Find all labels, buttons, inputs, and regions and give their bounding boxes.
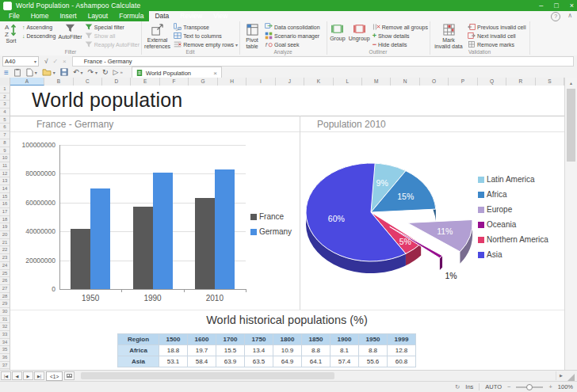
table-header-cell[interactable]: 1500 [159, 334, 188, 345]
column-header-R[interactable]: R [506, 78, 535, 86]
row-header-24[interactable]: 24 [0, 262, 10, 270]
column-header-J[interactable]: J [276, 78, 304, 86]
document-tab[interactable]: World Population × [132, 67, 222, 78]
new-document-icon[interactable] [26, 68, 33, 77]
undo-dropdown-icon[interactable]: ▾ [80, 70, 82, 75]
table-value-cell[interactable]: 12.8 [388, 345, 416, 356]
last-sheet-button[interactable]: ▶| [34, 371, 44, 380]
table-region-cell[interactable]: Africa [118, 345, 159, 356]
table-value-cell[interactable]: 57.4 [331, 356, 359, 367]
hamburger-menu-icon[interactable]: ≡ [4, 68, 9, 77]
table-value-cell[interactable]: 63.5 [245, 356, 273, 367]
table-value-cell[interactable]: 13.4 [245, 345, 273, 356]
row-header-8[interactable]: 8 [0, 139, 10, 147]
menu-tab-layout[interactable]: Layout [82, 11, 114, 21]
row-header-2[interactable]: 2 [0, 93, 10, 101]
pie-legend-item-europe[interactable]: Europe [478, 205, 512, 214]
cell-reference-box[interactable]: A40 ▾ [2, 56, 39, 67]
column-header-H[interactable]: H [218, 78, 246, 86]
pivot-table-button[interactable]: Pivot table [242, 23, 262, 49]
transpose-button[interactable]: Transpose [174, 23, 238, 31]
row-header-31[interactable]: 31 [0, 316, 10, 324]
table-value-cell[interactable]: 10.9 [273, 345, 302, 356]
table-header-cell[interactable]: 1850 [302, 334, 331, 345]
insert-mode-indicator[interactable]: Ins [465, 383, 473, 390]
descending-button[interactable]: ↓Descending [22, 32, 55, 40]
ascending-button[interactable]: ↑Ascending [22, 23, 55, 31]
zoom-level[interactable]: 100% [558, 383, 573, 390]
ungroup-button[interactable]: Ungroup [349, 23, 370, 42]
row-header-29[interactable]: 29 [0, 300, 10, 308]
cancel-entry-icon[interactable]: × [63, 58, 67, 65]
pie-legend-item-asia[interactable]: Asia [478, 250, 502, 259]
table-header-cell[interactable]: 1750 [245, 334, 273, 345]
column-header-S[interactable]: S [536, 78, 564, 86]
table-header-cell[interactable]: 1800 [273, 334, 302, 345]
row-header-33[interactable]: 33 [0, 331, 10, 339]
select-all-corner[interactable] [0, 78, 10, 86]
column-header-N[interactable]: N [391, 78, 419, 86]
row-header-23[interactable]: 23 [0, 254, 10, 262]
row-header-32[interactable]: 32 [0, 323, 10, 331]
sheet-canvas[interactable]: World population France - Germany Popula… [10, 86, 564, 370]
table-value-cell[interactable]: 8.8 [359, 345, 388, 356]
table-header-cell[interactable]: 1600 [188, 334, 216, 345]
new-document-dropdown-icon[interactable]: ▾ [35, 70, 37, 75]
show-all-button[interactable]: Show all [85, 32, 139, 40]
open-folder-dropdown-icon[interactable]: ▾ [53, 70, 55, 75]
mark-invalid-data-button[interactable]: Mark invalid data [432, 23, 465, 49]
row-header-28[interactable]: 28 [0, 293, 10, 301]
row-header-11[interactable]: 11 [0, 162, 10, 170]
sort-button[interactable]: AZ Sort [2, 23, 20, 44]
row-header-10[interactable]: 10 [0, 154, 10, 162]
table-value-cell[interactable]: 18.8 [159, 345, 188, 356]
remove-empty-rows-button[interactable]: Remove empty rows▾ [174, 40, 238, 48]
undo-icon[interactable]: ↶ [73, 68, 79, 76]
minimize-button[interactable]: – [539, 0, 543, 11]
row-header-36[interactable]: 36 [0, 354, 10, 362]
table-region-cell[interactable]: Asia [118, 356, 159, 367]
menu-tab-view[interactable]: View [208, 11, 233, 21]
table-header-cell[interactable]: 1700 [216, 334, 245, 345]
confirm-entry-icon[interactable]: ✓ [52, 58, 58, 65]
column-header-P[interactable]: P [449, 78, 477, 86]
row-header-14[interactable]: 14 [0, 185, 10, 193]
row-header-35[interactable]: 35 [0, 346, 10, 354]
insert-function-icon[interactable]: √ [44, 58, 48, 65]
table-header-cell[interactable]: 1900 [331, 334, 359, 345]
refresh-icon[interactable]: ↻ [102, 68, 109, 76]
maximize-button[interactable]: □ [554, 0, 558, 11]
table-header-cell[interactable]: 1950 [359, 334, 388, 345]
vertical-scrollbar[interactable]: ▲ [564, 78, 577, 370]
column-header-F[interactable]: F [160, 78, 189, 86]
next-sheet-button[interactable]: ▶ [23, 371, 33, 380]
row-header-13[interactable]: 13 [0, 177, 10, 185]
row-header-20[interactable]: 20 [0, 231, 10, 239]
first-sheet-button[interactable]: |◀ [1, 371, 11, 380]
row-header-18[interactable]: 18 [0, 216, 10, 224]
row-header-7[interactable]: 7 [0, 131, 10, 139]
more-tools-icon[interactable]: » [120, 70, 122, 74]
zoom-in-icon[interactable]: + [548, 383, 552, 390]
menu-tab-home[interactable]: Home [25, 11, 55, 21]
recalculate-icon[interactable]: ↻ [455, 383, 460, 390]
data-consolidation-button[interactable]: Data consolidation [265, 23, 320, 31]
row-header-37[interactable]: 37 [0, 362, 10, 370]
row-header-1[interactable]: 1 [0, 86, 10, 93]
pointer-icon[interactable]: ▷ [113, 68, 119, 76]
table-value-cell[interactable]: 15.5 [216, 345, 245, 356]
column-header-I[interactable]: I [246, 78, 275, 86]
auto-indicator[interactable]: AUTO [485, 383, 502, 390]
hide-details-button[interactable]: −Hide details [373, 40, 428, 48]
previous-invalid-cell-button[interactable]: Previous invalid cell [468, 23, 525, 31]
show-details-button[interactable]: +Show details [373, 32, 428, 40]
special-filter-button[interactable]: Special filter [85, 23, 139, 31]
menu-tab-insert[interactable]: Insert [54, 11, 82, 21]
table-header-cell[interactable]: Region [118, 334, 159, 345]
column-header-Q[interactable]: Q [478, 78, 506, 86]
column-header-M[interactable]: M [362, 78, 391, 86]
table-value-cell[interactable]: 63.9 [216, 356, 245, 367]
remove-all-groups-button[interactable]: Remove all groups [373, 23, 428, 31]
table-value-cell[interactable]: 55.6 [359, 356, 388, 367]
save-icon[interactable] [60, 68, 68, 76]
